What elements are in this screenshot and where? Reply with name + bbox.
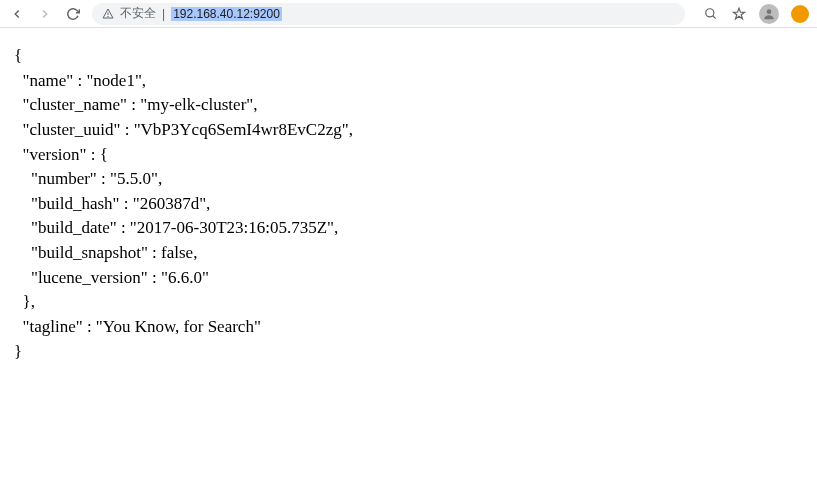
url-text: 192.168.40.12:9200: [171, 7, 282, 21]
json-name: node1: [93, 71, 135, 90]
forward-button[interactable]: [36, 5, 54, 23]
back-button[interactable]: [8, 5, 26, 23]
not-secure-label: 不安全: [120, 5, 156, 22]
notification-badge[interactable]: [791, 5, 809, 23]
json-build-snapshot: false: [161, 243, 193, 262]
json-build-hash: 260387d: [140, 194, 200, 213]
svg-point-4: [767, 9, 772, 14]
json-build-date: 2017-06-30T23:16:05.735Z: [137, 218, 327, 237]
browser-toolbar: 不安全 | 192.168.40.12:9200: [0, 0, 817, 28]
json-tagline: You Know, for Search: [103, 317, 254, 336]
svg-point-2: [706, 8, 714, 16]
json-version-number: 5.5.0: [117, 169, 151, 188]
zoom-icon[interactable]: [703, 6, 719, 22]
toolbar-right: [703, 4, 809, 24]
json-cluster-name: my-elk-cluster: [147, 95, 246, 114]
svg-point-1: [108, 16, 109, 17]
warning-icon: [102, 8, 114, 20]
json-cluster-uuid: VbP3Ycq6SemI4wr8EvC2zg: [141, 120, 342, 139]
address-bar[interactable]: 不安全 | 192.168.40.12:9200: [92, 3, 685, 25]
separator: |: [162, 7, 165, 21]
bookmark-icon[interactable]: [731, 6, 747, 22]
json-lucene-version: 6.6.0: [168, 268, 202, 287]
response-body: { "name" : "node1", "cluster_name" : "my…: [0, 28, 817, 380]
svg-line-3: [713, 15, 716, 18]
reload-button[interactable]: [64, 5, 82, 23]
profile-avatar[interactable]: [759, 4, 779, 24]
